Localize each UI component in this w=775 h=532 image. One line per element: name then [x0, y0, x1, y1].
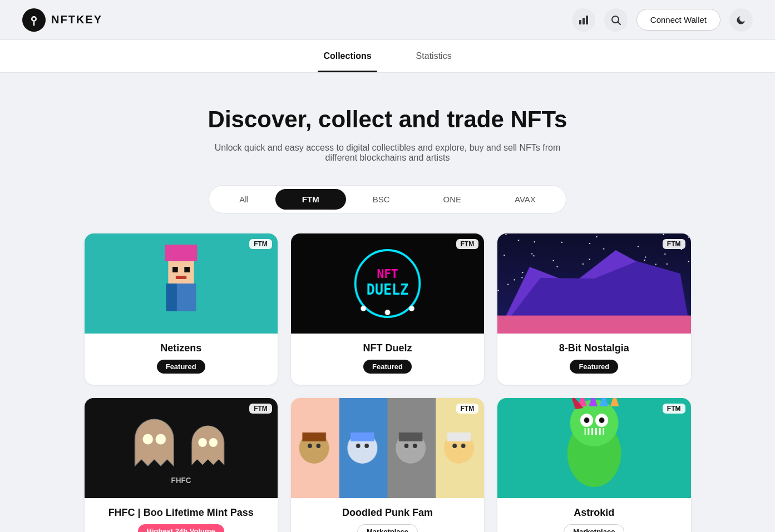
hero-section: Discover, collect and trade NFTs Unlock …	[0, 73, 775, 185]
collection-card-fhfc[interactable]: FTM FHFC | Boo Lifetime Mint Pass Highes…	[85, 398, 278, 532]
card-badge-netizens: Featured	[157, 360, 205, 374]
logo-icon	[22, 8, 46, 32]
svg-rect-5	[586, 16, 588, 24]
stats-icon-button[interactable]	[572, 8, 595, 32]
card-title-nft-duelz: NFT Duelz	[302, 342, 473, 354]
card-body-8bit: 8-Bit Nostalgia Featured	[497, 334, 690, 385]
card-title-astrokid: Astrokid	[509, 507, 679, 519]
logo-area: NFTKEY	[22, 8, 102, 32]
card-image-8bit: FTM	[497, 233, 690, 334]
card-body-fhfc: FHFC | Boo Lifetime Mint Pass Highest 24…	[85, 498, 278, 532]
svg-point-1	[33, 17, 36, 20]
collection-card-nft-duelz[interactable]: FTM NFT Duelz Featured	[291, 233, 484, 385]
collection-card-8bit[interactable]: FTM 8-Bit Nostalgia Featured	[497, 233, 690, 385]
svg-rect-3	[579, 20, 581, 24]
card-body-netizens: Netizens Featured	[85, 334, 278, 385]
header: NFTKEY Connect Wallet	[0, 0, 775, 40]
tab-statistics[interactable]: Statistics	[411, 40, 457, 72]
header-right: Connect Wallet	[572, 8, 753, 32]
chain-badge-8bit: FTM	[663, 239, 685, 249]
card-badge-8bit: Featured	[570, 360, 618, 374]
tab-collections[interactable]: Collections	[318, 40, 377, 72]
svg-line-7	[618, 22, 620, 24]
card-image-astrokid: FTM	[497, 398, 690, 498]
collections-grid: FTM Netizens Featured FTM NFT Duelz Feat…	[73, 233, 702, 532]
card-body-doodled: Doodled Punk Fam Marketplace	[291, 498, 484, 532]
card-body-astrokid: Astrokid Marketplace	[497, 498, 690, 532]
chain-badge-nft-duelz: FTM	[456, 239, 479, 249]
nav-tabs: Collections Statistics	[0, 40, 775, 73]
card-title-doodled: Doodled Punk Fam	[302, 507, 473, 519]
chain-badge-doodled: FTM	[456, 404, 479, 414]
dark-mode-button[interactable]	[729, 8, 753, 32]
connect-wallet-button[interactable]: Connect Wallet	[636, 9, 720, 31]
collection-card-doodled[interactable]: FTM Doodled Punk Fam Marketplace	[291, 398, 484, 532]
filter-one[interactable]: ONE	[417, 189, 488, 210]
card-image-nft-duelz: FTM	[291, 233, 484, 334]
card-title-fhfc: FHFC | Boo Lifetime Mint Pass	[96, 507, 266, 519]
svg-rect-4	[583, 18, 585, 24]
hero-title: Discover, collect and trade NFTs	[11, 106, 764, 133]
filter-avax[interactable]: AVAX	[488, 189, 562, 210]
card-image-fhfc: FTM	[85, 398, 278, 498]
card-title-netizens: Netizens	[96, 342, 266, 354]
hero-subtitle: Unlock quick and easy access to digital …	[210, 143, 566, 163]
search-icon-button[interactable]	[604, 8, 628, 32]
card-image-doodled: FTM	[291, 398, 484, 498]
chain-badge-fhfc: FTM	[249, 404, 272, 414]
chain-badge-netizens: FTM	[249, 239, 272, 249]
card-badge-nft-duelz: Featured	[363, 360, 412, 374]
card-badge-fhfc: Highest 24h Volume	[138, 524, 224, 532]
filter-ftm[interactable]: FTM	[275, 189, 346, 210]
logo-text: NFTKEY	[51, 13, 102, 26]
collection-card-netizens[interactable]: FTM Netizens Featured	[85, 233, 278, 385]
filter-all[interactable]: All	[213, 189, 275, 210]
chain-badge-astrokid: FTM	[663, 404, 685, 414]
filter-bar: All FTM BSC ONE AVAX	[209, 185, 566, 213]
collection-card-astrokid[interactable]: FTM Astrokid Marketplace	[497, 398, 690, 532]
card-badge-doodled: Marketplace	[357, 524, 418, 532]
card-title-8bit: 8-Bit Nostalgia	[509, 342, 679, 354]
card-image-netizens: FTM	[85, 233, 278, 334]
filter-bsc[interactable]: BSC	[346, 189, 417, 210]
card-badge-astrokid: Marketplace	[564, 524, 624, 532]
card-body-nft-duelz: NFT Duelz Featured	[291, 334, 484, 385]
